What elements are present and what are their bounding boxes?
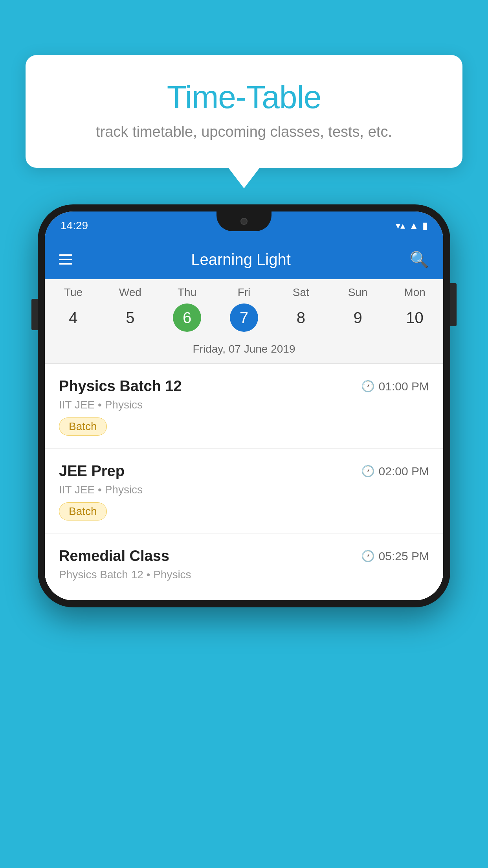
camera-dot — [240, 218, 248, 225]
day-headers: Tue Wed Thu Fri Sat Sun Mon — [45, 279, 443, 302]
day-header-tue: Tue — [45, 286, 102, 299]
day-header-sat: Sat — [272, 286, 329, 299]
day-9[interactable]: 9 — [329, 303, 386, 332]
clock-icon-1: 🕐 — [361, 380, 375, 393]
day-6-today[interactable]: 6 — [173, 303, 201, 332]
clock-icon-2: 🕐 — [361, 465, 375, 478]
event-time-value-3: 05:25 PM — [379, 550, 429, 563]
batch-badge-1: Batch — [59, 417, 107, 436]
status-time: 14:29 — [61, 219, 88, 232]
event-card-3[interactable]: Remedial Class 🕐 05:25 PM Physics Batch … — [45, 533, 443, 600]
menu-icon[interactable] — [59, 254, 72, 265]
event-time-3: 🕐 05:25 PM — [361, 550, 429, 563]
calendar-strip[interactable]: Tue Wed Thu Fri Sat Sun Mon 4 5 6 7 8 9 … — [45, 279, 443, 364]
day-header-fri: Fri — [216, 286, 273, 299]
event-subtitle-1: IIT JEE • Physics — [59, 399, 429, 411]
battery-icon: ▮ — [422, 220, 427, 231]
event-time-value-1: 01:00 PM — [379, 380, 429, 393]
event-title-2: JEE Prep — [59, 463, 125, 480]
event-row-top-3: Remedial Class 🕐 05:25 PM — [59, 548, 429, 565]
speech-bubble: Time-Table track timetable, upcoming cla… — [26, 55, 462, 168]
event-card-2[interactable]: JEE Prep 🕐 02:00 PM IIT JEE • Physics Ba… — [45, 449, 443, 533]
phone-mockup: 14:29 ▾▴ ▲ ▮ Learning Light 🔍 — [38, 204, 450, 607]
selected-date-label: Friday, 07 June 2019 — [45, 339, 443, 363]
app-title: Learning Light — [84, 251, 398, 268]
event-title-1: Physics Batch 12 — [59, 378, 182, 395]
day-5[interactable]: 5 — [102, 303, 159, 332]
batch-badge-2: Batch — [59, 502, 107, 520]
notch — [216, 211, 272, 231]
event-title-3: Remedial Class — [59, 548, 169, 565]
status-icons: ▾▴ ▲ ▮ — [396, 220, 427, 231]
wifi-icon: ▾▴ — [396, 220, 405, 231]
app-bar: Learning Light 🔍 — [45, 240, 443, 279]
day-header-sun: Sun — [329, 286, 386, 299]
event-time-2: 🕐 02:00 PM — [361, 465, 429, 478]
day-8[interactable]: 8 — [272, 303, 329, 332]
event-row-top-1: Physics Batch 12 🕐 01:00 PM — [59, 378, 429, 395]
event-time-1: 🕐 01:00 PM — [361, 380, 429, 393]
day-10[interactable]: 10 — [386, 303, 443, 332]
event-card-1[interactable]: Physics Batch 12 🕐 01:00 PM IIT JEE • Ph… — [45, 364, 443, 449]
event-row-top-2: JEE Prep 🕐 02:00 PM — [59, 463, 429, 480]
day-header-thu: Thu — [159, 286, 216, 299]
day-header-mon: Mon — [386, 286, 443, 299]
phone-frame: 14:29 ▾▴ ▲ ▮ Learning Light 🔍 — [38, 204, 450, 607]
day-4[interactable]: 4 — [45, 303, 102, 332]
event-subtitle-2: IIT JEE • Physics — [59, 484, 429, 496]
day-numbers[interactable]: 4 5 6 7 8 9 10 — [45, 302, 443, 339]
day-7-selected[interactable]: 7 — [230, 303, 258, 332]
signal-icon: ▲ — [409, 220, 418, 231]
event-time-value-2: 02:00 PM — [379, 465, 429, 478]
clock-icon-3: 🕐 — [361, 550, 375, 563]
events-list: Physics Batch 12 🕐 01:00 PM IIT JEE • Ph… — [45, 364, 443, 600]
day-header-wed: Wed — [102, 286, 159, 299]
bubble-title: Time-Table — [53, 79, 435, 116]
status-bar: 14:29 ▾▴ ▲ ▮ — [45, 211, 443, 240]
bubble-subtitle: track timetable, upcoming classes, tests… — [53, 123, 435, 140]
search-icon[interactable]: 🔍 — [409, 250, 429, 269]
event-subtitle-3: Physics Batch 12 • Physics — [59, 568, 429, 581]
phone-screen: 14:29 ▾▴ ▲ ▮ Learning Light 🔍 — [45, 211, 443, 600]
